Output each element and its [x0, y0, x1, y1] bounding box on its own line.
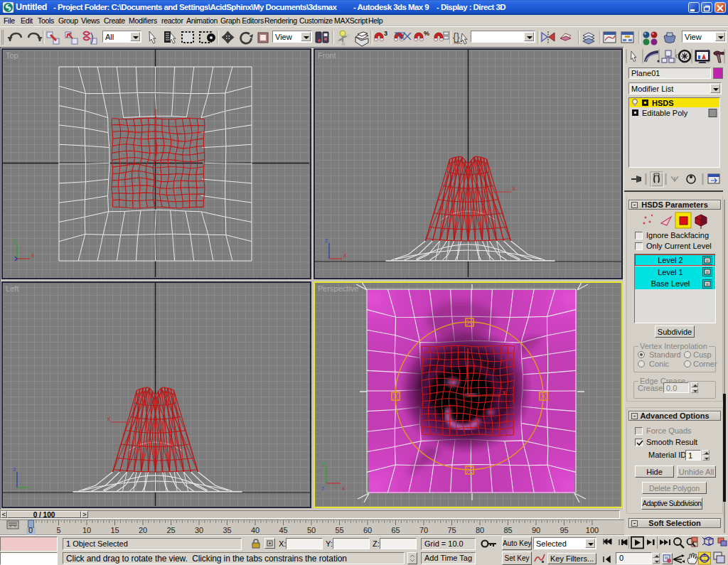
svg-text:x: x: [31, 252, 35, 259]
svg-text:x: x: [342, 485, 346, 492]
svg-text:y: y: [322, 460, 326, 467]
svg-text:100: 100: [586, 526, 599, 534]
svg-text:40: 40: [251, 526, 259, 534]
svg-text:10: 10: [82, 526, 91, 534]
svg-text:50: 50: [307, 526, 316, 534]
svg-text:%: %: [424, 30, 429, 37]
svg-text:z: z: [13, 466, 16, 473]
svg-text:75: 75: [447, 526, 456, 534]
svg-text:95: 95: [560, 526, 568, 534]
svg-text:30: 30: [195, 526, 203, 534]
svg-text:3: 3: [384, 30, 387, 37]
svg-text:65: 65: [391, 526, 400, 534]
svg-text:z: z: [325, 237, 328, 244]
svg-text:5: 5: [56, 526, 60, 534]
svg-text:70: 70: [419, 526, 428, 534]
svg-text:z: z: [321, 485, 325, 492]
svg-text:20: 20: [139, 526, 147, 534]
svg-text:x: x: [343, 252, 347, 259]
svg-text:y: y: [13, 237, 16, 244]
svg-text:80: 80: [476, 526, 484, 534]
svg-text:x: x: [513, 185, 516, 192]
svg-text:x: x: [503, 389, 506, 396]
svg-text:85: 85: [503, 526, 512, 534]
svg-text:15: 15: [110, 526, 119, 534]
svg-text:60: 60: [363, 526, 372, 534]
svg-text:HSDS: HSDS: [652, 99, 674, 107]
svg-text:90: 90: [532, 526, 540, 534]
svg-text:45: 45: [279, 526, 287, 534]
svg-text:Editable Poly: Editable Poly: [642, 109, 688, 117]
svg-text:25: 25: [166, 526, 175, 534]
svg-text:35: 35: [223, 526, 231, 534]
svg-text:x: x: [107, 415, 111, 422]
svg-text:0: 0: [28, 526, 33, 534]
svg-text:55: 55: [335, 526, 343, 534]
